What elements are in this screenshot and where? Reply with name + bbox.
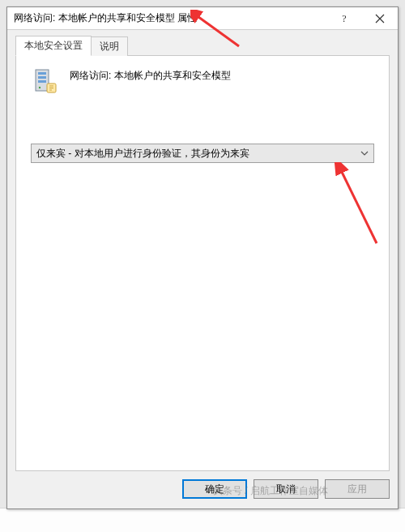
close-button[interactable]	[362, 7, 398, 30]
titlebar[interactable]: 网络访问: 本地帐户的共享和安全模型 属性 ?	[7, 7, 398, 30]
select-value: 仅来宾 - 对本地用户进行身份验证，其身份为来宾	[36, 147, 360, 161]
svg-rect-2	[38, 72, 46, 75]
dialog-buttons: 确定 取消 应用	[7, 471, 398, 508]
svg-rect-3	[38, 76, 46, 79]
svg-point-5	[39, 87, 40, 88]
svg-rect-4	[38, 80, 46, 83]
tab-explain[interactable]: 说明	[91, 36, 128, 56]
policy-heading: 网络访问: 本地帐户的共享和安全模型	[70, 67, 231, 83]
svg-text:?: ?	[342, 14, 346, 24]
apply-button[interactable]: 应用	[325, 479, 390, 499]
tab-bar: 本地安全设置 说明	[15, 36, 390, 56]
server-icon	[31, 67, 58, 95]
close-icon	[375, 14, 385, 24]
tab-label: 说明	[100, 41, 119, 52]
help-icon: ?	[339, 14, 349, 24]
properties-dialog: 网络访问: 本地帐户的共享和安全模型 属性 ? 本地安全设置 说明	[6, 6, 399, 509]
button-label: 应用	[347, 483, 367, 496]
tab-label: 本地安全设置	[24, 40, 83, 51]
model-select[interactable]: 仅来宾 - 对本地用户进行身份验证，其身份为来宾	[31, 144, 374, 163]
titlebar-title: 网络访问: 本地帐户的共享和安全模型 属性	[14, 11, 326, 25]
watermark-text: 头条号 / 启航工作室自媒体	[213, 484, 328, 498]
tab-panel-settings: 网络访问: 本地帐户的共享和安全模型 仅来宾 - 对本地用户进行身份验证，其身份…	[15, 56, 390, 471]
tab-local-security-settings[interactable]: 本地安全设置	[15, 36, 92, 56]
help-button[interactable]: ?	[326, 7, 362, 30]
chevron-down-icon	[360, 151, 369, 156]
